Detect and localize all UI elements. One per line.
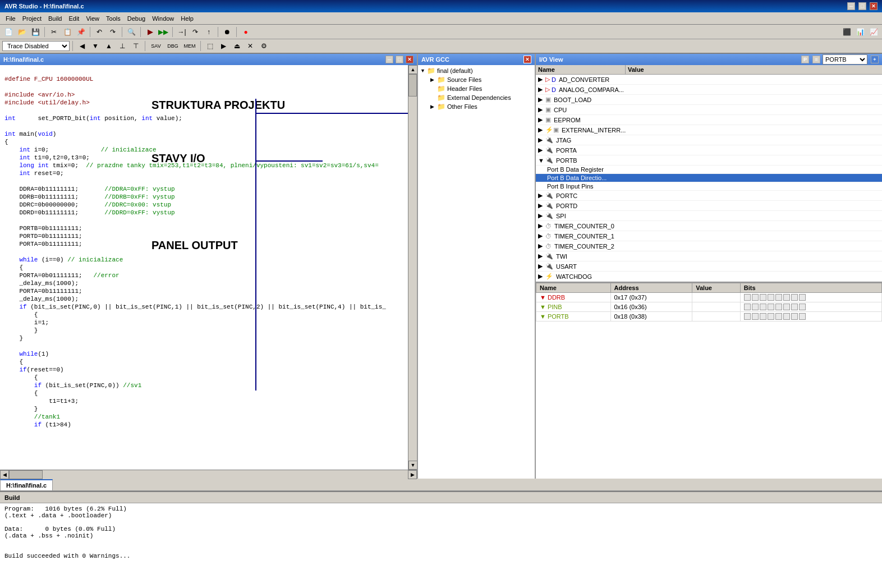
step-out-btn[interactable]: ↑ <box>203 26 215 38</box>
tab-final-c[interactable]: H:\final\final.c <box>0 479 53 490</box>
menu-window[interactable]: Window <box>149 14 177 23</box>
scroll-up-btn[interactable]: ▲ <box>408 65 417 74</box>
copy-btn[interactable]: 📋 <box>61 26 74 38</box>
io-item-portc[interactable]: ▶ 🔌 PORTC <box>536 191 882 201</box>
io-pin-view-btn[interactable]: P <box>801 56 809 63</box>
trace-extra2[interactable]: ▶ <box>217 40 229 52</box>
io-tree[interactable]: ▶ ▷ D AD_CONVERTER ▶ ▷ D ANALOG_COMPARA.… <box>536 75 882 479</box>
editor-scrollbar-v[interactable]: ▲ ▼ <box>408 65 417 470</box>
code-editor[interactable]: #define F_CPU 16000000UL #include <avr/i… <box>0 65 408 470</box>
close-btn[interactable]: ✕ <box>870 2 878 10</box>
open-btn[interactable]: 📂 <box>16 26 28 38</box>
scroll-track[interactable] <box>408 74 417 461</box>
extra-btn1[interactable]: ⬛ <box>840 26 853 38</box>
trace-dbg[interactable]: DBG <box>165 40 181 52</box>
tree-item-final[interactable]: ▼ 📁 final (default) <box>419 66 534 75</box>
output-text: Program: 1016 bytes (6.2% Full) (.text +… <box>4 506 878 559</box>
tree-item-header[interactable]: 📁 Header Files <box>419 84 534 93</box>
trace-mem[interactable]: MEM <box>182 40 197 52</box>
tree-item-other[interactable]: ▶ 📁 Other Files <box>419 102 534 111</box>
io-subitem-portb-data[interactable]: Port B Data Register <box>536 166 882 174</box>
io-item-porta[interactable]: ▶ 🔌 PORTA <box>536 145 882 155</box>
editor-close[interactable]: ✕ <box>406 56 414 63</box>
io-item-portd[interactable]: ▶ 🔌 PORTD <box>536 201 882 211</box>
io-item-timer2[interactable]: ▶ ⏱ TIMER_COUNTER_2 <box>536 241 882 251</box>
trace-sav[interactable]: SAV <box>148 40 164 52</box>
menu-view[interactable]: View <box>82 14 103 23</box>
trace-btn3[interactable]: ▲ <box>103 40 115 52</box>
menu-tools[interactable]: Tools <box>103 14 124 23</box>
find-btn[interactable]: 🔍 <box>125 26 137 38</box>
trace-select[interactable]: Trace Disabled <box>2 41 70 51</box>
io-item-timer0[interactable]: ▶ ⏱ TIMER_COUNTER_0 <box>536 221 882 231</box>
undo-btn[interactable]: ↶ <box>93 26 105 38</box>
avr-close-btn[interactable]: ✕ <box>523 56 531 63</box>
scroll-h-track[interactable] <box>9 470 408 479</box>
new-btn[interactable]: 📄 <box>2 26 15 38</box>
menu-project[interactable]: Project <box>19 14 45 23</box>
io-label-portb-input: Port B Input Pins <box>547 183 594 190</box>
io-subitem-portb-input[interactable]: Port B Input Pins <box>536 182 882 191</box>
io-item-jtag[interactable]: ▶ 🔌 JTAG <box>536 135 882 145</box>
io-subitem-portb-dir[interactable]: Port B Data Directio... <box>536 174 882 182</box>
editor-scrollbar-h[interactable]: ◀ ▶ <box>0 470 417 479</box>
reg-row-pinb[interactable]: ▼ PINB 0x16 (0x36) <box>536 302 882 312</box>
io-item-timer1[interactable]: ▶ ⏱ TIMER_COUNTER_1 <box>536 231 882 241</box>
trace-btn5[interactable]: ⊤ <box>130 40 142 52</box>
io-item-analog[interactable]: ▶ ▷ D ANALOG_COMPARA... <box>536 85 882 95</box>
redo-btn[interactable]: ↷ <box>107 26 119 38</box>
tree-item-extdep[interactable]: 📁 External Dependencies <box>419 93 534 102</box>
step-btn[interactable]: →| <box>176 26 188 38</box>
trace-extra1[interactable]: ⬚ <box>204 40 216 52</box>
menu-help[interactable]: Help <box>177 14 197 23</box>
paste-btn[interactable]: 📌 <box>75 26 87 38</box>
io-item-cpu[interactable]: ▶ ▣ CPU <box>536 105 882 115</box>
io-item-extint[interactable]: ▶ ⚡▣ EXTERNAL_INTERR... <box>536 125 882 135</box>
io-label-usart: USART <box>556 263 577 270</box>
io-item-ad[interactable]: ▶ ▷ D AD_CONVERTER <box>536 75 882 85</box>
build-btn[interactable]: ▶ <box>144 26 156 38</box>
scroll-right-btn[interactable]: ▶ <box>408 470 417 479</box>
maximize-btn[interactable]: □ <box>858 2 866 10</box>
avr-tree[interactable]: ▼ 📁 final (default) ▶ 📁 Source Files 📁 H… <box>418 65 535 479</box>
editor-max[interactable]: □ <box>396 56 403 63</box>
reg-row-ddrb[interactable]: ▼ DDRB 0x17 (0x37) <box>536 293 882 302</box>
trace-extra5[interactable]: ⚙ <box>258 40 270 52</box>
io-item-spi[interactable]: ▶ 🔌 SPI <box>536 211 882 221</box>
trace-extra4[interactable]: ✕ <box>244 40 256 52</box>
trace-extra3[interactable]: ⏏ <box>231 40 243 52</box>
io-item-eeprom[interactable]: ▶ ▣ EEPROM <box>536 115 882 125</box>
menu-build[interactable]: Build <box>45 14 65 23</box>
debug-run-btn[interactable]: ▶▶ <box>157 26 169 38</box>
trace-btn1[interactable]: ◀ <box>76 40 88 52</box>
io-port-select[interactable]: PORTB <box>823 54 867 65</box>
trace-btn4[interactable]: ⊥ <box>116 40 128 52</box>
scroll-left-btn[interactable]: ◀ <box>0 470 9 479</box>
io-item-portb[interactable]: ▼ 🔌 PORTB <box>536 155 882 166</box>
io-add-btn[interactable]: + <box>871 56 879 63</box>
reg-row-portb[interactable]: ▼ PORTB 0x18 (0x38) <box>536 312 882 321</box>
io-reg-view-btn[interactable]: ≡ <box>812 56 820 63</box>
reg-name-portb: ▼ PORTB <box>536 312 611 321</box>
menu-file[interactable]: File <box>2 14 19 23</box>
trace-btn2[interactable]: ▼ <box>89 40 102 52</box>
editor-filename: H:\final\final.c <box>3 56 44 63</box>
save-btn[interactable]: 💾 <box>29 26 42 38</box>
cut-btn[interactable]: ✂ <box>48 26 60 38</box>
extra-btn2[interactable]: 📊 <box>854 26 866 38</box>
step-over-btn[interactable]: ↷ <box>189 26 201 38</box>
io-item-watchdog[interactable]: ▶ ⚡ WATCHDOG <box>536 272 882 282</box>
reg-name-pinb: ▼ PINB <box>536 302 611 312</box>
io-item-usart[interactable]: ▶ 🔌 USART <box>536 261 882 272</box>
extra-btn3[interactable]: 📈 <box>867 26 880 38</box>
menu-debug[interactable]: Debug <box>124 14 149 23</box>
scroll-down-btn[interactable]: ▼ <box>408 461 417 470</box>
minimize-btn[interactable]: ─ <box>847 2 855 10</box>
breakpoint-btn[interactable]: ● <box>240 26 252 38</box>
tree-item-source[interactable]: ▶ 📁 Source Files <box>419 75 534 84</box>
menu-edit[interactable]: Edit <box>65 14 82 23</box>
io-item-boot[interactable]: ▶ ▣ BOOT_LOAD <box>536 95 882 105</box>
editor-min[interactable]: ─ <box>385 56 393 63</box>
reset-btn[interactable]: ⏺ <box>221 26 233 38</box>
io-item-twi[interactable]: ▶ 🔌 TWI <box>536 251 882 261</box>
